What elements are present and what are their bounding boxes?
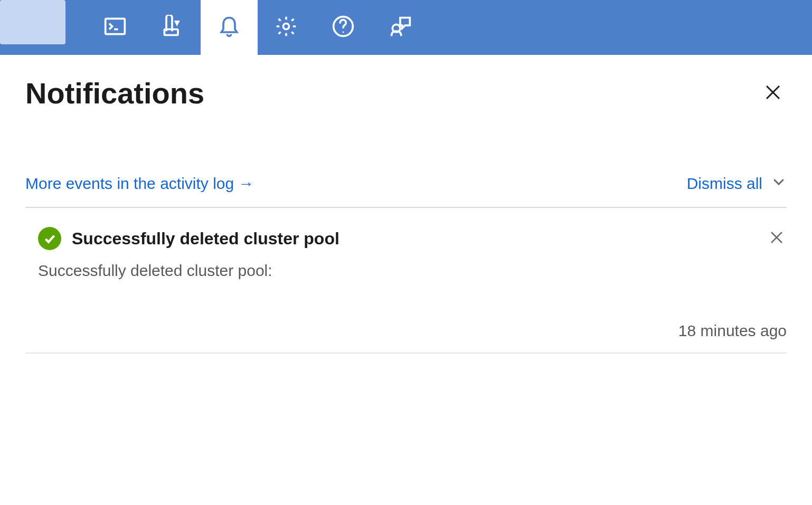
dismiss-all-button[interactable]: Dismiss all bbox=[687, 174, 787, 193]
panel-title: Notifications bbox=[25, 76, 204, 110]
close-icon bbox=[769, 238, 785, 247]
notification-item: Successfully deleted cluster pool Succes… bbox=[25, 208, 787, 354]
notification-title: Successfully deleted cluster pool bbox=[72, 229, 758, 249]
arrow-right-icon: → bbox=[238, 175, 254, 193]
svg-rect-0 bbox=[106, 18, 125, 34]
settings-button[interactable] bbox=[258, 0, 315, 55]
cloud-shell-button[interactable] bbox=[87, 0, 144, 55]
notification-timestamp: 18 minutes ago bbox=[38, 322, 787, 340]
feedback-icon bbox=[389, 15, 412, 40]
activity-log-link-label: More events in the activity log bbox=[25, 175, 234, 193]
cloud-shell-icon bbox=[103, 15, 127, 40]
notifications-panel: Notifications More events in the activit… bbox=[0, 55, 812, 354]
notification-body: Successfully deleted cluster pool: bbox=[38, 262, 787, 280]
close-icon bbox=[763, 94, 782, 103]
dismiss-notification-button[interactable] bbox=[769, 230, 787, 247]
search-box-collapsed[interactable] bbox=[0, 0, 65, 44]
svg-point-3 bbox=[284, 24, 289, 30]
top-toolbar bbox=[0, 0, 812, 55]
chevron-down-icon bbox=[771, 174, 787, 193]
svg-rect-2 bbox=[164, 30, 178, 35]
activity-log-link[interactable]: More events in the activity log → bbox=[25, 175, 254, 193]
svg-point-5 bbox=[343, 32, 344, 33]
feedback-button[interactable] bbox=[372, 0, 429, 55]
status-success-icon bbox=[38, 227, 61, 250]
help-icon bbox=[332, 15, 355, 40]
help-button[interactable] bbox=[315, 0, 372, 55]
directory-filter-button[interactable] bbox=[144, 0, 201, 55]
notifications-button[interactable] bbox=[201, 0, 258, 55]
close-panel-button[interactable] bbox=[759, 79, 787, 108]
bell-icon bbox=[218, 15, 241, 40]
directory-filter-icon bbox=[160, 15, 184, 40]
gear-icon bbox=[275, 15, 298, 40]
dismiss-all-label: Dismiss all bbox=[687, 175, 762, 193]
